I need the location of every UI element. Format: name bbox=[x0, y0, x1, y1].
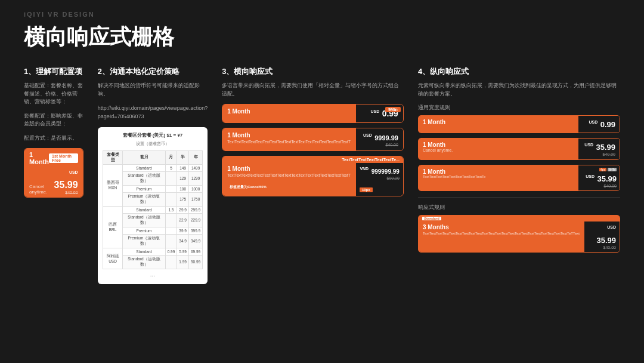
section-2-link: http://wiki.qiyi.domain/pages/viewpage.a… bbox=[98, 104, 208, 121]
table-cell: 299.9 bbox=[188, 206, 202, 213]
section-3-desc: 多语言带来的横向拓展，需要我们使用「相对全量」与缩小字号的方式组合适配。 bbox=[222, 82, 404, 98]
section-1-desc2: 套餐配置：影响差版、非差版的会员类型； bbox=[24, 112, 83, 128]
table-row: 阿根廷USD Standard 0.99 5.99 69.99 bbox=[103, 248, 203, 255]
col3-currency-2: USD bbox=[363, 133, 372, 137]
col4-card-1-left: 1 Month bbox=[419, 116, 578, 133]
table-cell-region: 阿根廷USD bbox=[103, 248, 123, 269]
col4-price-2: 35.99 bbox=[596, 143, 615, 152]
divider bbox=[418, 197, 620, 198]
col4-currency-2: USD bbox=[584, 143, 593, 147]
col3-card-1-label: 1 Month bbox=[227, 108, 351, 115]
col4-currency-4: USD bbox=[607, 225, 616, 229]
section-3-title: 3、横向响应式 bbox=[222, 66, 404, 77]
col3-card-3: TextTextTextTextTextTextTe... 1 Month Te… bbox=[222, 156, 404, 196]
table-cell: 50.99 bbox=[188, 255, 202, 269]
col4-card-4: Standard 3 Months TextTextTextTextTextTe… bbox=[418, 215, 620, 253]
col4-resp-left: 3 Months TextTextTextTextTextTextTextTex… bbox=[419, 222, 584, 252]
pricing-table: 套餐类型 套月 月 半 年 墨西哥MXN Standard 5 149 bbox=[103, 150, 203, 269]
col4-currency-3: USD bbox=[586, 174, 595, 179]
table-cell: 175 bbox=[177, 192, 189, 206]
col4-price-3: 35.99 bbox=[597, 174, 617, 183]
col3-card-2-right: USD 9999.99 $40.00 bbox=[355, 128, 403, 150]
col3-promo-right: VND 999999.99 $00.00 10px bbox=[355, 163, 403, 196]
table-cell-region: 墨西哥MXN bbox=[103, 164, 123, 206]
col4-card-3-left: 1 Month TextTextTextTextTextTextTextText… bbox=[419, 165, 578, 190]
col3-card-2-inner: 1 Month TextTextTextTextTextTextTextText… bbox=[222, 128, 403, 150]
col3-promo-left: 1 Month TextTextTextTextTextTextTextText… bbox=[222, 163, 355, 196]
col3-currency-3: VND bbox=[360, 167, 369, 171]
col4-card-1-right: USD 0.99 bbox=[578, 116, 620, 133]
table-cell-type: Premium bbox=[123, 185, 165, 192]
col3-price-orig-2: $40.00 bbox=[385, 143, 398, 147]
section-1-desc3: 配置方式：是否展示。 bbox=[24, 134, 83, 143]
col4-currency-1: USD bbox=[589, 120, 597, 124]
table-cell: 1499 bbox=[188, 164, 202, 171]
col4-standard-badge: Standard bbox=[422, 217, 441, 220]
table-cell bbox=[165, 192, 177, 206]
col3-currency-1: USD bbox=[370, 109, 379, 113]
col4-card-3: 1 Month TextTextTextTextTextTextTextText… bbox=[418, 165, 620, 191]
table-cell: 1299 bbox=[188, 171, 202, 185]
col4-badge-row-4: Standard bbox=[419, 216, 620, 222]
col1-card-header: 1 Month 1st Month Free bbox=[24, 149, 83, 168]
col1-card-body: Cancel anytime. USD 35.99 $40.00 bbox=[24, 168, 83, 197]
table-cell: 229.9 bbox=[188, 213, 202, 227]
table-header-year: 年 bbox=[188, 150, 202, 164]
col4-card-2-right: USD 35.99 $40.00 bbox=[578, 139, 620, 159]
table-header-region: 套餐类型 bbox=[103, 150, 123, 164]
section-2-desc: 解决不同地区的货币符号可能带来的适配影响。 bbox=[98, 82, 208, 98]
table-header-monthly: 月 bbox=[165, 150, 177, 164]
col4-price-4: 35.99 bbox=[596, 236, 616, 245]
table-cell-type: Premium（运动版数） bbox=[123, 192, 165, 206]
table-cell-type: Standard bbox=[123, 206, 165, 213]
table-cell-type: Premium bbox=[123, 227, 165, 234]
col1-badge: 1st Month Free bbox=[49, 153, 78, 163]
col3-promo-text: TextTextTextTextTextTextTextTextTextText… bbox=[227, 173, 351, 178]
section-4-title: 4、纵向响应式 bbox=[418, 66, 620, 77]
pricing-table-wrap: 套餐区分套餐 (美元) $1 = ¥7 设置（基准货币） 套餐类型 套月 月 半… bbox=[98, 127, 208, 284]
table-cell: 5 bbox=[165, 164, 177, 171]
table-cell-type: Premium（运动版数） bbox=[123, 234, 165, 248]
col4-card-3-inner: 1 Month TextTextTextTextTextTextTextText… bbox=[419, 165, 620, 190]
table-header-half: 半 bbox=[177, 150, 189, 164]
col3-card-2-price: USD 9999.99 bbox=[363, 132, 398, 143]
table-cell: 39.9 bbox=[177, 227, 189, 234]
col4-rule1-title: 通用宽度规则 bbox=[418, 104, 620, 112]
col1-month-label: 1 Month bbox=[29, 151, 49, 165]
table-cell: 22.9 bbox=[177, 213, 189, 227]
section-4-desc: 元素可纵向带来的纵向拓展，需要我们为次找到最佳的呈现方式，为用户提供足够明确的套… bbox=[418, 82, 620, 98]
table-cell: 349.9 bbox=[188, 234, 202, 248]
col3-card-2: 1 Month TextTextTextTextTextTextTextText… bbox=[222, 128, 404, 151]
column-3: 3、横向响应式 多语言带来的横向拓展，需要我们使用「相对全量」与缩小字号的方式组… bbox=[222, 66, 404, 284]
table-cell: 1000 bbox=[188, 185, 202, 192]
col3-card-1-badge: 9Min bbox=[385, 107, 401, 112]
table-cell: 399.9 bbox=[188, 227, 202, 234]
table-cell: 149 bbox=[177, 164, 189, 171]
col3-price-num-2: 9999.99 bbox=[374, 134, 398, 141]
table-cell-type: Standard bbox=[123, 164, 165, 171]
page-title: 横向响应式栅格 bbox=[24, 23, 620, 52]
main-content: 1、理解可配置项 基础配置：套餐名称、套餐描述、价格、价格营销、营销标签等； 套… bbox=[24, 66, 620, 284]
col4-badge-3a: 4px bbox=[599, 168, 606, 171]
col1-cancel: Cancel anytime. bbox=[29, 184, 53, 195]
col4-card-2-left: 1 Month Cancel anytime. bbox=[419, 139, 578, 159]
col4-price-1: 0.99 bbox=[600, 120, 615, 129]
table-cell: 5.99 bbox=[177, 248, 189, 255]
table-cell: 129 bbox=[177, 171, 189, 185]
table-cell bbox=[165, 213, 177, 227]
table-ellipsis: ... bbox=[103, 269, 203, 279]
col1-price-orig: $40.00 bbox=[53, 190, 78, 195]
col4-price-orig-4: $40.00 bbox=[588, 245, 616, 250]
col4-badge-3b: 8nTe bbox=[608, 168, 617, 171]
col4-resp-label: 3 Months bbox=[423, 224, 580, 230]
col3-promo-banner: TextTextTextTextTextTextTe... bbox=[222, 156, 403, 163]
table-row: 巴西BRL Standard 1.5 29.9 299.9 bbox=[103, 206, 203, 213]
col4-label-1: 1 Month bbox=[423, 119, 574, 125]
table-cell: 1750 bbox=[188, 192, 202, 206]
table-cell-region: 巴西BRL bbox=[103, 206, 123, 248]
col1-currency: USD bbox=[69, 170, 78, 174]
table-subtitle: 设置（基准货币） bbox=[103, 141, 203, 147]
col3-card-2-label: 1 Month bbox=[227, 132, 351, 139]
table-cell bbox=[165, 171, 177, 185]
table-row: 墨西哥MXN Standard 5 149 1499 bbox=[103, 164, 203, 171]
